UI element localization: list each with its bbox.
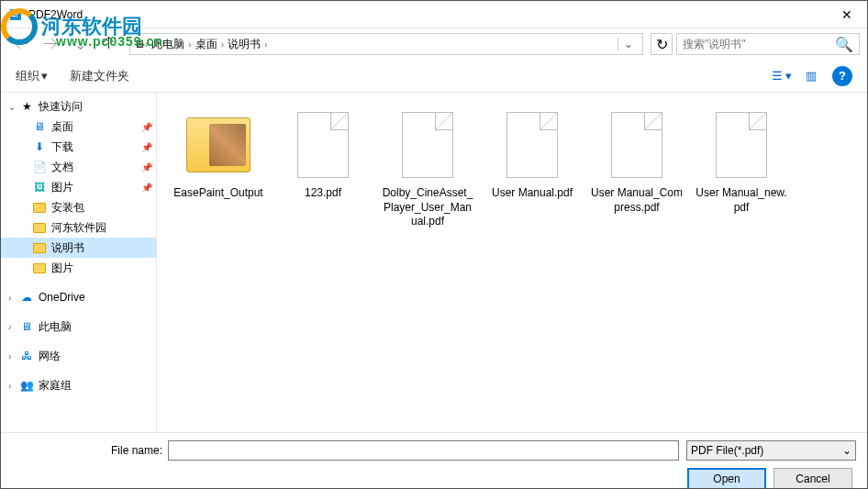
- network-icon: 🖧: [19, 349, 34, 363]
- file-name: User Manual_new.pdf: [695, 186, 788, 215]
- tree-shuomingshu[interactable]: 说明书: [1, 238, 156, 258]
- back-button[interactable]: 🡠: [8, 31, 34, 57]
- file-name: User Manual.pdf: [492, 186, 573, 201]
- tree-documents[interactable]: 📄 文档 📌: [1, 157, 156, 177]
- main-area: ⌄ ★ 快速访问 🖥 桌面 📌 ⬇ 下载 📌 📄 文档 📌 🖼 图片 📌 安装包: [1, 93, 867, 432]
- pin-icon: 📌: [141, 142, 152, 152]
- file-item[interactable]: User Manual.pdf: [482, 104, 583, 233]
- tree-label: 图片: [51, 261, 73, 276]
- tree-label: 文档: [51, 160, 73, 175]
- folder-icon: [32, 240, 47, 255]
- new-folder-button[interactable]: 新建文件夹: [70, 68, 129, 84]
- expand-icon[interactable]: ›: [8, 293, 19, 303]
- breadcrumb-item[interactable]: 此电脑: [148, 37, 188, 52]
- organize-menu[interactable]: 组织 ▾: [16, 68, 48, 84]
- pictures-icon: 🖼: [32, 180, 47, 194]
- expand-icon[interactable]: ›: [8, 322, 19, 332]
- window-title: PDF2Word: [28, 8, 826, 21]
- chevron-right-icon: ›: [264, 39, 267, 50]
- pin-icon: 📌: [141, 183, 152, 193]
- refresh-button[interactable]: ↻: [651, 33, 673, 55]
- forward-button[interactable]: 🡢: [38, 31, 63, 57]
- tree-downloads[interactable]: ⬇ 下载 📌: [1, 137, 156, 157]
- collapse-icon[interactable]: ⌄: [8, 102, 19, 112]
- tree-label: 图片: [51, 180, 73, 195]
- file-name-input[interactable]: [168, 440, 679, 461]
- tree-this-pc[interactable]: › 🖥 此电脑: [1, 317, 156, 337]
- document-icon: [611, 112, 662, 178]
- file-type-select[interactable]: PDF File(*.pdf) ⌄: [686, 440, 856, 461]
- close-button[interactable]: ✕: [826, 1, 867, 28]
- pin-icon: 📌: [141, 122, 152, 132]
- up-button[interactable]: 🡡: [96, 31, 122, 57]
- folder-icon: [32, 261, 47, 275]
- cancel-button[interactable]: Cancel: [773, 468, 852, 489]
- file-item[interactable]: 123.pdf: [273, 104, 373, 233]
- organize-label: 组织: [16, 68, 39, 84]
- file-name: User Manual_Compress.pdf: [590, 186, 684, 215]
- document-icon: [402, 112, 453, 178]
- tree-label: 网络: [39, 349, 61, 364]
- tree-quick-access[interactable]: ⌄ ★ 快速访问: [1, 96, 156, 117]
- search-input-wrapper[interactable]: 🔍: [676, 33, 860, 55]
- toolbar: 组织 ▾ 新建文件夹 ☰ ▾ ▥ ?: [1, 60, 867, 93]
- recent-dropdown[interactable]: ⌄: [67, 31, 93, 57]
- breadcrumb-item[interactable]: 说明书: [224, 37, 264, 52]
- tree-homegroup[interactable]: › 👥 家庭组: [1, 375, 156, 395]
- expand-icon[interactable]: ›: [8, 381, 19, 391]
- search-input[interactable]: [683, 38, 835, 50]
- cloud-icon: ☁: [19, 290, 34, 305]
- breadcrumb[interactable]: 🖥 › 此电脑 › 桌面 › 说明书 › ⌄: [129, 33, 643, 55]
- star-icon: ★: [19, 99, 34, 114]
- breadcrumb-dropdown[interactable]: ⌄: [618, 38, 639, 50]
- help-button[interactable]: ?: [832, 66, 852, 86]
- file-item[interactable]: User Manual_new.pdf: [691, 104, 792, 233]
- tree-onedrive[interactable]: › ☁ OneDrive: [1, 287, 156, 307]
- tree-label: 河东软件园: [51, 220, 106, 236]
- preview-pane-button[interactable]: ▥: [797, 66, 825, 86]
- file-name-label: File name:: [12, 444, 168, 457]
- tree-label: 说明书: [51, 240, 84, 256]
- search-icon[interactable]: 🔍: [835, 36, 853, 53]
- tree-label: 安装包: [51, 200, 84, 216]
- folder-icon: [32, 220, 47, 235]
- navbar: 🡠 🡢 ⌄ 🡡 🖥 › 此电脑 › 桌面 › 说明书 › ⌄ ↻ 🔍: [1, 28, 867, 60]
- document-icon: [716, 112, 767, 178]
- chevron-down-icon: ⌄: [842, 444, 851, 457]
- tree-label: 下载: [51, 139, 73, 155]
- sidebar: ⌄ ★ 快速访问 🖥 桌面 📌 ⬇ 下载 📌 📄 文档 📌 🖼 图片 📌 安装包: [1, 93, 157, 432]
- tree-network[interactable]: › 🖧 网络: [1, 346, 156, 366]
- document-icon: [506, 112, 558, 178]
- open-button[interactable]: Open: [687, 468, 766, 489]
- tree-label: 家庭组: [39, 378, 72, 394]
- folder-icon: [186, 117, 250, 172]
- tree-label: OneDrive: [39, 291, 85, 304]
- file-item[interactable]: Dolby_CineAsset_Player_User_Manual.pdf: [377, 104, 478, 233]
- file-item[interactable]: User Manual_Compress.pdf: [586, 104, 687, 233]
- titlebar: PDF2Word ✕: [1, 1, 867, 28]
- download-icon: ⬇: [32, 139, 47, 154]
- homegroup-icon: 👥: [19, 378, 34, 393]
- tree-pictures2[interactable]: 图片: [1, 258, 156, 278]
- breadcrumb-item[interactable]: 桌面: [192, 37, 221, 52]
- file-name: Dolby_CineAsset_Player_User_Manual.pdf: [381, 186, 474, 229]
- pc-icon: 🖥: [19, 319, 34, 334]
- tree-label: 桌面: [51, 119, 73, 135]
- pin-icon: 📌: [141, 162, 152, 172]
- file-list[interactable]: EasePaint_Output 123.pdf Dolby_CineAsset…: [157, 93, 867, 432]
- tree-install-pkg[interactable]: 安装包: [1, 197, 156, 217]
- document-icon: 📄: [32, 160, 47, 174]
- tree-label: 此电脑: [39, 319, 72, 335]
- tree-hedong[interactable]: 河东软件园: [1, 217, 156, 238]
- tree-desktop[interactable]: 🖥 桌面 📌: [1, 117, 156, 137]
- file-name: 123.pdf: [305, 186, 341, 201]
- file-item-folder[interactable]: EasePaint_Output: [168, 104, 269, 233]
- tree-label: 快速访问: [39, 99, 83, 115]
- expand-icon[interactable]: ›: [8, 351, 19, 361]
- view-mode-button[interactable]: ☰ ▾: [768, 66, 796, 86]
- tree-pictures[interactable]: 🖼 图片 📌: [1, 177, 156, 197]
- document-icon: [297, 112, 349, 178]
- folder-icon: [32, 200, 47, 215]
- pc-icon: 🖥: [134, 38, 145, 50]
- file-type-value: PDF File(*.pdf): [691, 444, 763, 457]
